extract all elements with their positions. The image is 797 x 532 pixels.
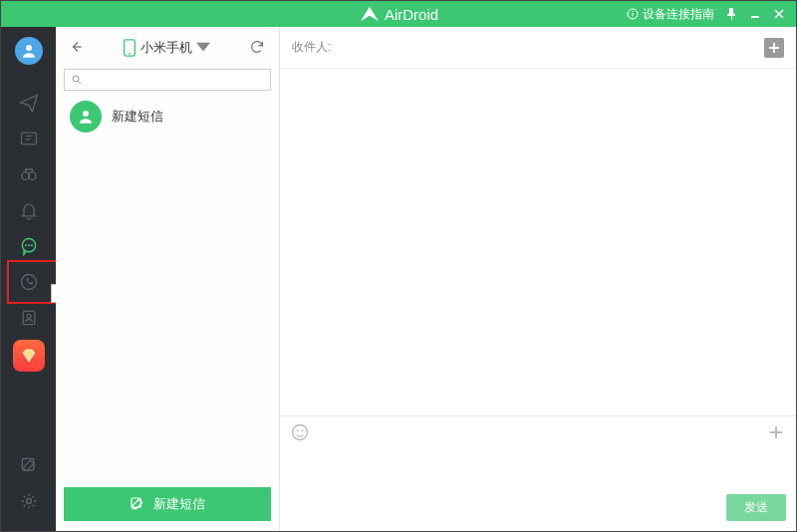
person-icon (20, 42, 38, 60)
conversation-item-new[interactable]: 新建短信 (56, 91, 279, 142)
svg-point-19 (73, 76, 79, 82)
refresh-button[interactable] (245, 35, 269, 62)
emoji-button[interactable] (290, 422, 310, 442)
sidebar-item-sms[interactable] (1, 228, 56, 264)
svg-point-10 (28, 244, 30, 246)
conversation-avatar (70, 101, 102, 133)
sidebar-item-premium[interactable] (13, 340, 45, 372)
arrow-left-icon (70, 40, 84, 54)
svg-point-14 (26, 314, 30, 318)
sidebar-item-calls[interactable] (1, 264, 56, 300)
pin-icon (726, 8, 736, 20)
sidebar-item-settings[interactable] (1, 483, 56, 519)
chevron-down-icon (196, 39, 210, 57)
recipient-input[interactable] (335, 36, 764, 60)
user-avatar[interactable] (15, 37, 43, 65)
close-button[interactable] (772, 9, 786, 19)
send-button[interactable]: 发送 (726, 494, 786, 521)
pin-button[interactable] (724, 8, 738, 20)
message-pane: 收件人: 发送 (280, 27, 796, 531)
device-name: 小米手机 (140, 39, 192, 57)
refresh-icon (249, 39, 265, 55)
bell-icon (19, 200, 39, 220)
compose-icon (130, 496, 145, 512)
svg-rect-3 (751, 16, 759, 18)
close-icon (774, 9, 784, 19)
send-label: 发送 (744, 500, 768, 514)
svg-point-9 (25, 244, 27, 246)
back-button[interactable] (66, 36, 88, 61)
message-history (280, 69, 796, 415)
svg-point-16 (26, 499, 31, 504)
person-icon (77, 108, 95, 126)
sidebar-item-notifications[interactable] (1, 192, 56, 228)
svg-point-11 (30, 244, 32, 246)
sidebar: 短信 (1, 27, 56, 531)
new-sms-button[interactable]: 新建短信 (64, 487, 271, 521)
plus-icon (768, 424, 784, 440)
phone-icon (123, 39, 136, 57)
info-icon (627, 8, 639, 20)
conversation-label: 新建短信 (112, 108, 163, 126)
app-brand: AirDroid (359, 5, 438, 23)
sidebar-item-send[interactable] (1, 85, 56, 121)
minimize-button[interactable] (748, 9, 762, 19)
sidebar-item-files[interactable] (1, 121, 56, 156)
search-icon (71, 74, 83, 86)
attach-button[interactable] (766, 422, 786, 442)
svg-rect-5 (21, 133, 36, 144)
guide-label: 设备连接指南 (643, 6, 714, 23)
device-bar: 小米手机 (56, 27, 279, 69)
svg-point-20 (83, 111, 89, 117)
recipient-bar: 收件人: (280, 27, 796, 69)
conversation-list: 新建短信 (56, 91, 279, 479)
svg-point-4 (26, 45, 32, 51)
svg-point-18 (129, 53, 131, 55)
app-name: AirDroid (385, 6, 438, 23)
recipient-label: 收件人: (292, 39, 331, 56)
new-sms-label: 新建短信 (153, 495, 205, 513)
svg-point-24 (302, 429, 304, 431)
send-icon (19, 93, 39, 113)
call-icon (19, 272, 39, 292)
add-recipient-button[interactable] (764, 38, 784, 58)
sidebar-item-compose[interactable] (1, 447, 56, 483)
sidebar-item-remote[interactable] (1, 156, 56, 192)
gear-icon (19, 491, 39, 511)
svg-rect-1 (633, 13, 634, 17)
message-input[interactable] (280, 448, 796, 494)
connection-guide-link[interactable]: 设备连接指南 (627, 6, 714, 23)
title-bar: AirDroid 设备连接指南 (1, 1, 796, 27)
diamond-icon (20, 347, 38, 365)
search-box[interactable] (64, 69, 271, 91)
svg-point-23 (297, 429, 299, 431)
conversation-column: 小米手机 新建短信 新建短信 (56, 27, 280, 531)
binoculars-icon (19, 164, 39, 184)
sidebar-item-contacts[interactable] (1, 300, 56, 336)
airdroid-logo-icon (359, 5, 381, 23)
sms-icon (19, 236, 39, 256)
device-selector[interactable]: 小米手机 (88, 39, 245, 57)
svg-point-22 (293, 425, 308, 440)
svg-point-12 (21, 275, 36, 290)
contacts-icon (19, 308, 39, 328)
compose-icon (19, 455, 39, 475)
svg-rect-2 (633, 11, 634, 12)
plus-icon (768, 42, 780, 54)
smile-icon (290, 422, 310, 442)
files-icon (19, 129, 39, 148)
minimize-icon (750, 9, 760, 19)
composer: 发送 (280, 415, 796, 531)
search-input[interactable] (87, 71, 264, 89)
